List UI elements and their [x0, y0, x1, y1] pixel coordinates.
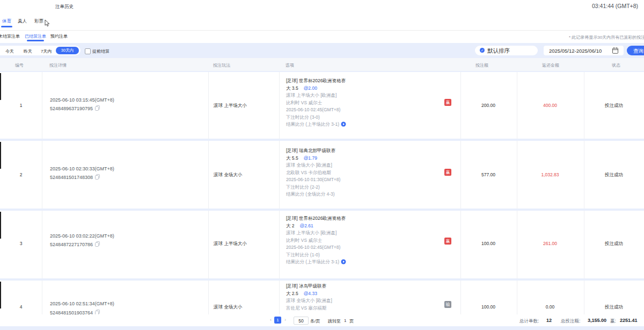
- copy-icon[interactable]: [95, 174, 100, 180]
- payout-value: 1,032.83: [541, 172, 559, 177]
- early-settle-label[interactable]: 提前结算: [92, 48, 109, 54]
- pick-line: 大 2.5@4.33: [286, 291, 317, 297]
- jump-page-input[interactable]: 1: [344, 318, 346, 323]
- col-play: 投注玩法: [213, 62, 230, 68]
- page-size-input[interactable]: [294, 317, 309, 325]
- league: [足球] 冰岛甲级联赛: [286, 283, 326, 290]
- teams: 比利时 VS 威尔士: [286, 238, 322, 244]
- left-edge-mark: [0, 142, 1, 169]
- tab-live[interactable]: 真人: [18, 18, 27, 25]
- query-button-label[interactable]: 查询: [633, 48, 643, 55]
- tabbar-divider: [0, 30, 644, 31]
- filter-7days[interactable]: 7天内: [41, 48, 52, 54]
- subtab-reserved[interactable]: 预约注单: [50, 33, 68, 39]
- column-divider: [42, 72, 42, 139]
- filter-30days[interactable]: 30天内: [56, 47, 79, 54]
- stake-value: 100.00: [481, 304, 495, 310]
- filter-yesterday[interactable]: 昨天: [24, 48, 32, 54]
- column-divider: [460, 72, 461, 139]
- odds: @2.00: [304, 85, 317, 91]
- lose-badge: 输: [444, 301, 451, 308]
- subtab-settled[interactable]: 已结算注单: [25, 33, 46, 39]
- league: [足球] 世界杯2026欧洲资格赛: [286, 216, 346, 222]
- replay-icon[interactable]: [341, 259, 346, 264]
- subtab-unsettled[interactable]: 未结算注单: [0, 33, 20, 39]
- tab-sports[interactable]: 体育: [2, 18, 11, 25]
- market: 滚球 全场大小 [欧洲盘]: [286, 298, 332, 304]
- filter-today[interactable]: 今天: [5, 48, 14, 54]
- column-divider: [460, 141, 461, 209]
- copy-icon[interactable]: [95, 241, 100, 247]
- result-text: 结果比分 (上半场比分 3-1): [286, 259, 339, 264]
- order-number-text: 5248487227170786: [50, 242, 93, 247]
- page-title: 注单历史: [55, 4, 74, 10]
- bet-play: 滚球 全场大小: [214, 304, 242, 311]
- sort-label[interactable]: 默认排序: [487, 47, 510, 55]
- league: [足球] 瑞典北部甲级联赛: [286, 148, 335, 154]
- status-value: 投注成功: [605, 172, 623, 178]
- win-badge: 赢: [444, 169, 451, 176]
- table-row: 1 2025-06-10 03:15:45(GMT+8) 52484896371…: [0, 72, 644, 139]
- status-value: 投注成功: [605, 103, 623, 109]
- column-divider: [279, 211, 280, 278]
- column-divider: [42, 141, 42, 209]
- result-score: 结果比分 (全场比分 4-3): [286, 191, 335, 198]
- next-page-button[interactable]: ›: [284, 317, 286, 322]
- payout-value: 400.00: [543, 103, 557, 108]
- copy-icon[interactable]: [95, 105, 100, 111]
- column-divider: [208, 141, 209, 209]
- table-row: 3 2025-06-10 03:02:22(GMT+8) 52484872271…: [0, 211, 644, 278]
- pick: 大 3.5: [286, 85, 298, 91]
- order-number-text: 5248481501748308: [50, 175, 93, 180]
- stake-value: 577.00: [481, 172, 495, 177]
- total-stake-label: 总投注额:: [561, 318, 580, 325]
- bet-play: 滚球 全场大小: [214, 172, 242, 178]
- replay-icon[interactable]: [341, 121, 346, 127]
- odds: @1.79: [304, 155, 317, 161]
- column-divider: [584, 141, 584, 209]
- bet-history-page: 注单历史 03:41:44 (GMT+8) 体育 真人 彩票 未结算注单 已结算…: [0, 0, 644, 330]
- server-time: 03:41:44 (GMT+8): [592, 3, 638, 9]
- row-number: 4: [20, 304, 23, 310]
- status-value: 投注成功: [605, 241, 623, 247]
- tab-lottery[interactable]: 彩票: [34, 18, 43, 25]
- jump-unit-label: 页: [349, 318, 354, 324]
- stake-value: 200.00: [481, 103, 495, 108]
- total-count-value: 12: [546, 318, 552, 323]
- status-value: 投注成功: [605, 304, 623, 311]
- column-divider: [517, 72, 517, 139]
- row-number: 3: [20, 241, 23, 246]
- total-win-value: 2251.41: [620, 318, 638, 323]
- pick: 大 2: [286, 223, 295, 228]
- active-subtab-underline: [27, 40, 44, 41]
- pick: 大 2.5: [286, 291, 298, 296]
- bet-time: 2025-06-10 02:30:33(GMT+8): [50, 166, 114, 171]
- stake-value: 100.00: [481, 241, 495, 246]
- order-number: 5248481501748308: [50, 174, 100, 180]
- column-divider: [208, 72, 209, 139]
- order-number: 5248487227170786: [50, 241, 100, 247]
- win-badge: 赢: [444, 238, 451, 245]
- early-settle-checkbox[interactable]: [85, 48, 91, 54]
- calendar-icon[interactable]: [612, 47, 618, 54]
- column-divider: [279, 72, 280, 139]
- bet-play: 滚球 上半场大小: [214, 103, 247, 109]
- current-page-button[interactable]: 1: [274, 317, 281, 324]
- column-divider: [517, 141, 517, 209]
- per-page-label: 条/页: [310, 318, 320, 324]
- column-divider: [517, 211, 517, 278]
- pick: 大 5.5: [286, 155, 298, 161]
- prev-page-button[interactable]: ‹: [270, 317, 272, 322]
- market: 滚球 全场大小 [欧洲盘]: [286, 162, 332, 169]
- pick-line: 大 5.5@1.79: [286, 155, 317, 162]
- col-status: 状态: [612, 62, 620, 68]
- bet-score: 下注时比分 (2-2): [286, 184, 320, 191]
- odds: @4.33: [304, 291, 317, 296]
- result-score: 结果比分 (上半场比分 3-1): [286, 121, 346, 128]
- date-range-value[interactable]: 2025/05/12-2025/06/10: [549, 48, 602, 54]
- col-option: 选项: [286, 62, 294, 68]
- bet-time: 2025-06-10 03:15:45(GMT+8): [50, 97, 114, 103]
- col-detail: 投注详情: [49, 62, 67, 68]
- pick-line: 大 3.5@2.00: [286, 85, 317, 92]
- column-divider: [279, 141, 280, 209]
